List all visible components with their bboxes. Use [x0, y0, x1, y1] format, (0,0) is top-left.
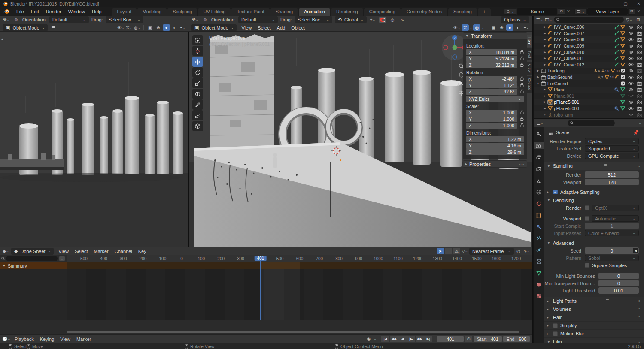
- dope-menu-channel[interactable]: Channel: [112, 248, 135, 254]
- outliner-row[interactable]: ▶ IVY_Curve.012: [534, 62, 644, 68]
- dope-menu-select[interactable]: Select: [72, 248, 91, 254]
- location-y-field[interactable]: Y5.2124 m: [466, 56, 517, 62]
- show-hidden-icon[interactable]: ⬚: [445, 248, 452, 254]
- seed-field[interactable]: 0◀: [585, 247, 639, 254]
- options-dropdown[interactable]: Options⌄: [501, 16, 529, 23]
- camera-visibility-icon[interactable]: [637, 56, 642, 60]
- expand-arrow[interactable]: ▶: [543, 57, 547, 60]
- shading-material-icon[interactable]: ◐: [514, 24, 522, 31]
- scene-name-field[interactable]: Scene: [516, 8, 558, 15]
- outliner-row[interactable]: ▶ pPlane5.003: [534, 105, 644, 112]
- properties-panel-header[interactable]: ▸ Properties ∷∷: [463, 160, 527, 168]
- dimensions-z-field[interactable]: Z29.6 m: [466, 149, 524, 155]
- pin-icon[interactable]: 📌: [633, 130, 639, 135]
- collection-icon[interactable]: [541, 69, 546, 73]
- properties-tab-constraints[interactable]: [534, 258, 544, 265]
- section-simplify[interactable]: ▸ Simplify ∷: [544, 321, 644, 329]
- tri-icon[interactable]: [620, 44, 625, 48]
- dope-sheet-mode-dropdown[interactable]: ◆ Dope Sheet⌄: [11, 248, 54, 255]
- workspace-tab-scripting[interactable]: Scripting: [448, 8, 477, 16]
- orientation-dropdown[interactable]: Default⌄: [49, 16, 89, 23]
- tri-icon[interactable]: [620, 31, 625, 36]
- gizmos-icon[interactable]: ⤧⌄: [125, 24, 133, 31]
- camera-visibility-icon[interactable]: [637, 69, 642, 73]
- tri-green-icon[interactable]: [620, 100, 625, 104]
- properties-tab-world[interactable]: [534, 189, 544, 196]
- armature-icon[interactable]: [548, 112, 553, 117]
- expand-arrow[interactable]: ▼: [543, 113, 547, 116]
- transform-tool-button[interactable]: [192, 89, 203, 99]
- curve-data-icon[interactable]: [614, 37, 619, 42]
- current-frame-line[interactable]: [260, 260, 261, 320]
- object-name[interactable]: IVY_Curve.010: [554, 50, 584, 55]
- properties-options-icon[interactable]: ⌄: [638, 121, 641, 125]
- expand-arrow[interactable]: ▶: [543, 107, 547, 110]
- gizmos-icon[interactable]: ◎: [473, 24, 480, 31]
- camera-visibility-icon[interactable]: [637, 75, 642, 79]
- object-name[interactable]: IVY_Curve.012: [554, 62, 584, 67]
- shading-material-icon[interactable]: ◐: [171, 24, 178, 31]
- outliner-row[interactable]: ▶ Plane: [534, 87, 644, 93]
- editor-type-icon[interactable]: ☰⌄: [536, 120, 544, 126]
- exclude-checkbox[interactable]: [621, 69, 625, 73]
- properties-tab-view-layer[interactable]: [534, 165, 544, 172]
- curve-icon[interactable]: [548, 62, 553, 67]
- light-threshold-field[interactable]: 0.01: [598, 287, 639, 294]
- camera-visibility-icon[interactable]: [637, 94, 642, 98]
- lock-icon[interactable]: [519, 63, 524, 68]
- section-motion-blur[interactable]: ▸ Motion Blur ∷: [544, 329, 644, 337]
- expand-arrow[interactable]: ▶: [543, 63, 547, 66]
- object-name[interactable]: Plane.001: [554, 93, 574, 99]
- dope-menu-key[interactable]: Key: [135, 248, 149, 254]
- menu-window[interactable]: Window: [65, 8, 88, 15]
- denoise-viewport-dropdown[interactable]: Automatic⌄: [592, 215, 639, 222]
- play-button[interactable]: ▶: [407, 336, 415, 342]
- properties-tab-particles[interactable]: [534, 235, 544, 242]
- expand-arrow[interactable]: ▶: [536, 69, 540, 72]
- current-frame-badge[interactable]: 401: [254, 256, 267, 261]
- use-preview-range-icon[interactable]: ⏱: [465, 336, 472, 342]
- render-engine-dropdown[interactable]: Cycles⌄: [585, 138, 639, 144]
- advanced-header[interactable]: ▼Advanced: [544, 239, 644, 247]
- viewport-center[interactable]: User Perspective (401) Collection | pPla…: [189, 32, 532, 247]
- curve-data-icon[interactable]: [614, 44, 619, 48]
- shading-solid-icon[interactable]: ●: [163, 24, 170, 31]
- jump-to-end-button[interactable]: ▶|: [424, 336, 432, 342]
- transform-panel-header[interactable]: ▼ Transform ∷∷: [463, 32, 527, 39]
- timeline-ruler[interactable]: -500-400-300-200-10001002003004005006007…: [67, 255, 532, 262]
- proportional-editing-icon[interactable]: ◎: [515, 248, 522, 254]
- dimensions-y-field[interactable]: Y4.16 m: [466, 143, 524, 149]
- rotate-tool-button[interactable]: [192, 67, 203, 78]
- location-x-field[interactable]: X180.84 m: [466, 49, 517, 55]
- cursor-tool-button[interactable]: [192, 46, 203, 56]
- min-transparent-field[interactable]: 0: [598, 280, 639, 286]
- frame-start-field[interactable]: Start401: [474, 336, 502, 342]
- expand-arrow[interactable]: ▶: [543, 51, 547, 54]
- editor-type-icon[interactable]: 🕑⌄: [3, 336, 10, 342]
- horizontal-scrollbar[interactable]: [67, 331, 519, 333]
- viewport-menu-object[interactable]: Object: [288, 25, 308, 31]
- outliner-row[interactable]: ▶ IVY_Curve.007: [534, 30, 644, 37]
- tri-green-icon[interactable]: [620, 87, 625, 92]
- minimize-button[interactable]: —: [610, 1, 614, 6]
- section-checkbox[interactable]: [553, 331, 558, 336]
- expand-arrow[interactable]: ▶: [543, 88, 547, 91]
- auto-keying-icon[interactable]: ◉: [365, 336, 372, 342]
- properties-tab-texture[interactable]: [534, 293, 544, 300]
- falloff-icon[interactable]: ∿⌄: [523, 248, 530, 254]
- section-hair[interactable]: ▸ Hair ∷: [544, 313, 644, 321]
- add-cube-tool-button[interactable]: [192, 121, 203, 131]
- eye-icon[interactable]: [628, 75, 634, 79]
- play-reverse-button[interactable]: ◀: [398, 336, 407, 342]
- curve-icon[interactable]: [548, 56, 553, 61]
- pattern-dropdown[interactable]: Sobol⌄: [585, 255, 639, 261]
- expand-arrow[interactable]: ▶: [543, 25, 547, 29]
- shading-wireframe-icon[interactable]: ⊕: [155, 24, 162, 31]
- workspace-tab-shading[interactable]: Shading: [270, 8, 298, 16]
- section-film[interactable]: ▼ Film ∷: [544, 337, 644, 343]
- next-keyframe-button[interactable]: ◆▶: [416, 336, 424, 342]
- prev-keyframe-button[interactable]: ◀◆: [390, 336, 398, 342]
- properties-tab-modifiers[interactable]: [534, 223, 544, 230]
- properties-tab-object-data[interactable]: [534, 270, 544, 277]
- denoise-viewport-checkbox[interactable]: [585, 216, 589, 221]
